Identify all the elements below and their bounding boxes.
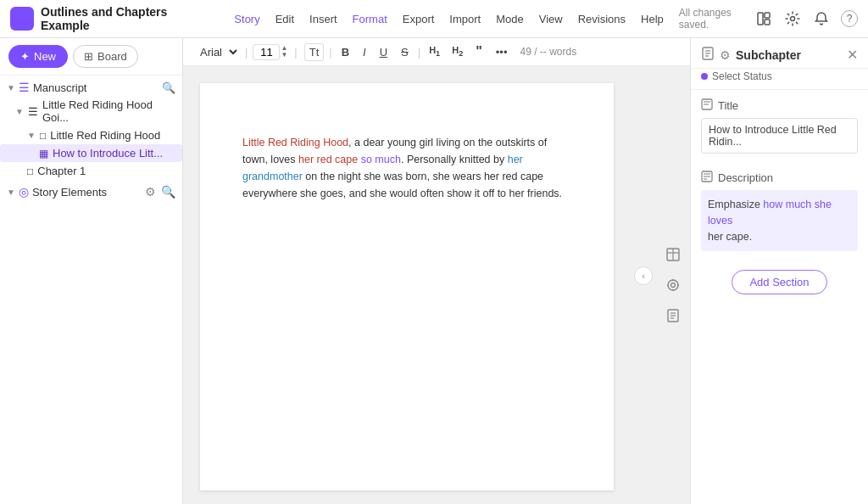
svg-point-8 — [671, 283, 676, 288]
collapse-button[interactable]: ‹ — [634, 266, 653, 285]
title-value[interactable]: How to Introduce Little Red Ridin... — [701, 118, 858, 154]
story-elements-left[interactable]: ▼ ◎ Story Elements — [7, 185, 107, 199]
side-tools — [656, 66, 690, 504]
toolbar: Arial | ▲ ▼ | Tt | B I U S | H1 H2 " •••… — [183, 38, 690, 66]
board-button[interactable]: ⊞ Board — [73, 45, 138, 68]
more-button[interactable]: ••• — [492, 43, 512, 61]
font-family-select[interactable]: Arial — [193, 43, 240, 61]
help-icon[interactable]: ? — [841, 10, 858, 27]
desc-text: Emphasize how much she lovesher cape. — [708, 199, 832, 243]
underline-button[interactable]: U — [376, 43, 392, 61]
doc-label: Little Red Riding Hood — [50, 129, 160, 142]
table-tool-button[interactable] — [661, 243, 685, 266]
h1-button[interactable]: H1 — [426, 42, 443, 60]
manuscript-chevron[interactable]: ▼ — [7, 83, 15, 92]
chapter-label: Chapter 1 — [37, 165, 86, 177]
editor-area: Arial | ▲ ▼ | Tt | B I U S | H1 H2 " •••… — [183, 38, 690, 504]
menu-import[interactable]: Import — [442, 11, 487, 27]
editor-wrapper[interactable]: Little Red Riding Hood, a dear young gir… — [183, 66, 631, 504]
desc-section: Description Emphasize how much she loves… — [691, 162, 868, 260]
menu-insert[interactable]: Insert — [303, 11, 344, 27]
doc-icon: □ — [40, 130, 46, 142]
tree-item-chapter1[interactable]: □ Chapter 1 — [0, 162, 182, 180]
manuscript-label: Manuscript — [33, 81, 87, 94]
bold-button[interactable]: B — [337, 43, 353, 61]
tree-item-introduce[interactable]: ▦ How to Introduce Litt... — [0, 144, 182, 162]
story-elements-icon: ◎ — [19, 185, 29, 199]
text-lrrh: Little Red Riding Hood — [242, 137, 348, 148]
menu-view[interactable]: View — [532, 11, 570, 27]
story-elements-section: ▼ ◎ Story Elements ⚙ 🔍 — [0, 180, 182, 204]
subchapter-icon: ▦ — [39, 148, 48, 160]
right-panel: ⚙ Subchapter ✕ Select Status Title How t… — [690, 38, 868, 504]
menu-help[interactable]: Help — [634, 11, 670, 27]
editor-page[interactable]: Little Red Riding Hood, a dear young gir… — [200, 83, 614, 490]
quote-button[interactable]: " — [471, 42, 487, 62]
folder-icon: ☰ — [28, 105, 38, 118]
app-title: Outlines and Chapters Example — [41, 5, 214, 32]
tree-item-lrrh-folder[interactable]: ▼ ☰ Little Red Riding Hood Goi... — [0, 96, 182, 126]
panel-title: Subchapter — [736, 48, 801, 62]
titlebar-right: ? — [754, 9, 858, 28]
titlebar: Outlines and Chapters Example Story Edit… — [0, 0, 868, 38]
text-so-much: so much — [361, 154, 401, 165]
folder-chevron: ▼ — [15, 107, 24, 116]
story-elements-search-icon[interactable]: 🔍 — [161, 185, 175, 199]
new-button[interactable]: ✦ New — [8, 45, 68, 68]
svg-point-3 — [791, 17, 795, 21]
menu-story[interactable]: Story — [227, 11, 266, 27]
status-dot — [701, 73, 708, 80]
menubar: Story Edit Insert Format Export Import M… — [227, 7, 748, 31]
text-transform-button[interactable]: Tt — [304, 43, 325, 61]
note-tool-button[interactable] — [661, 304, 685, 328]
italic-button[interactable]: I — [359, 43, 370, 61]
panel-close-button[interactable]: ✕ — [847, 47, 858, 63]
font-size-down[interactable]: ▼ — [281, 52, 287, 59]
new-icon: ✦ — [20, 50, 30, 63]
desc-value[interactable]: Emphasize how much she lovesher cape. — [701, 190, 858, 251]
story-elements-gear-icon[interactable]: ⚙ — [145, 185, 156, 199]
font-size-input[interactable] — [253, 44, 280, 60]
app-icon — [10, 7, 34, 31]
tree-item-lrrh-doc[interactable]: ▼ □ Little Red Riding Hood — [0, 126, 182, 144]
add-section-area: Add Section — [691, 260, 868, 305]
subchapter-panel-icon — [701, 47, 715, 63]
main-layout: ✦ New ⊞ Board ▼ ☰ Manuscript 🔍 ▼ ☰ Littl… — [0, 38, 868, 504]
text-cape1: her red cape — [298, 154, 358, 165]
manuscript-icon: ☰ — [19, 81, 30, 94]
strike-button[interactable]: S — [397, 43, 413, 61]
subchapter-label: How to Introduce Litt... — [53, 147, 163, 160]
add-section-button[interactable]: Add Section — [732, 270, 826, 294]
title-section-label: Title — [718, 99, 738, 112]
word-count: 49 / -- words — [520, 46, 576, 58]
doc-chevron: ▼ — [27, 131, 36, 140]
menu-export[interactable]: Export — [396, 11, 442, 27]
editor-content[interactable]: Little Red Riding Hood, a dear young gir… — [242, 134, 571, 202]
font-size-control: ▲ ▼ — [253, 44, 287, 60]
sidebar-buttons: ✦ New ⊞ Board — [0, 38, 182, 76]
svg-rect-1 — [765, 13, 770, 18]
h2-button[interactable]: H2 — [448, 42, 466, 60]
settings-icon[interactable] — [783, 9, 802, 28]
story-elements-chevron: ▼ — [7, 188, 15, 197]
panel-header: ⚙ Subchapter ✕ — [691, 38, 868, 69]
folder-label: Little Red Riding Hood Goi... — [42, 98, 177, 124]
manuscript-header: ▼ ☰ Manuscript 🔍 — [0, 76, 182, 96]
bell-icon[interactable] — [812, 9, 831, 28]
layout-icon[interactable] — [754, 9, 773, 28]
svg-rect-2 — [765, 20, 770, 25]
menu-format[interactable]: Format — [346, 11, 394, 27]
menu-revisions[interactable]: Revisions — [571, 11, 632, 27]
panel-gear-icon[interactable]: ⚙ — [720, 48, 731, 62]
menu-mode[interactable]: Mode — [489, 11, 531, 27]
chapter-icon: □ — [27, 165, 33, 177]
menu-edit[interactable]: Edit — [269, 11, 301, 27]
desc-section-label: Description — [718, 171, 773, 184]
status-text: Select Status — [712, 70, 772, 82]
board-icon: ⊞ — [84, 50, 93, 63]
content-area: Little Red Riding Hood, a dear young gir… — [183, 66, 690, 504]
status-badge[interactable]: Select Status — [691, 69, 868, 90]
target-tool-button[interactable] — [661, 273, 685, 297]
sidebar-search-icon[interactable]: 🔍 — [162, 81, 175, 94]
title-section: Title How to Introduce Little Red Ridin.… — [691, 90, 868, 162]
